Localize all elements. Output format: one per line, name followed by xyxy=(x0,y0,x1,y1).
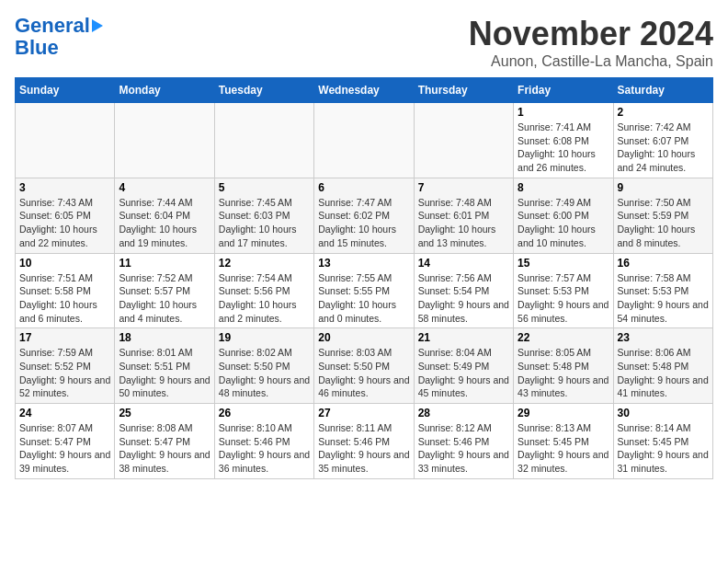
day-info: Sunrise: 8:04 AM Sunset: 5:49 PM Dayligh… xyxy=(418,346,509,400)
calendar-cell: 7Sunrise: 7:48 AM Sunset: 6:01 PM Daylig… xyxy=(414,178,513,253)
calendar-cell: 16Sunrise: 7:58 AM Sunset: 5:53 PM Dayli… xyxy=(613,253,712,328)
day-number: 4 xyxy=(119,181,210,194)
day-info: Sunrise: 8:02 AM Sunset: 5:50 PM Dayligh… xyxy=(219,346,310,400)
day-number: 16 xyxy=(618,257,709,270)
calendar-cell: 12Sunrise: 7:54 AM Sunset: 5:56 PM Dayli… xyxy=(214,253,313,328)
calendar-day-header: Wednesday xyxy=(314,78,414,103)
calendar-day-header: Saturday xyxy=(613,78,712,103)
day-number: 19 xyxy=(219,331,310,344)
calendar-week-row: 1Sunrise: 7:41 AM Sunset: 6:08 PM Daylig… xyxy=(16,103,713,178)
calendar-cell: 18Sunrise: 8:01 AM Sunset: 5:51 PM Dayli… xyxy=(115,328,214,404)
calendar-cell: 2Sunrise: 7:42 AM Sunset: 6:07 PM Daylig… xyxy=(613,103,712,178)
page-header: General Blue November 2024 Aunon, Castil… xyxy=(15,15,713,70)
calendar-cell: 8Sunrise: 7:49 AM Sunset: 6:00 PM Daylig… xyxy=(514,178,613,253)
day-number: 26 xyxy=(219,407,310,419)
day-number: 12 xyxy=(219,257,310,270)
logo-blue-text: Blue xyxy=(15,36,59,59)
day-info: Sunrise: 7:55 AM Sunset: 5:55 PM Dayligh… xyxy=(318,271,409,326)
day-number: 17 xyxy=(19,331,110,344)
calendar-week-row: 24Sunrise: 8:07 AM Sunset: 5:47 PM Dayli… xyxy=(16,404,713,479)
day-number: 18 xyxy=(119,331,210,344)
day-info: Sunrise: 8:03 AM Sunset: 5:50 PM Dayligh… xyxy=(318,346,409,400)
calendar-cell: 22Sunrise: 8:05 AM Sunset: 5:48 PM Dayli… xyxy=(514,328,613,404)
calendar-day-header: Friday xyxy=(514,78,613,103)
day-number: 13 xyxy=(318,257,409,270)
calendar-cell: 27Sunrise: 8:11 AM Sunset: 5:46 PM Dayli… xyxy=(314,404,414,479)
calendar-cell: 29Sunrise: 8:13 AM Sunset: 5:45 PM Dayli… xyxy=(514,404,613,479)
day-number: 11 xyxy=(119,257,210,270)
day-info: Sunrise: 8:12 AM Sunset: 5:46 PM Dayligh… xyxy=(418,421,509,476)
day-number: 9 xyxy=(618,181,709,194)
calendar-day-header: Tuesday xyxy=(214,78,313,103)
calendar-table: SundayMondayTuesdayWednesdayThursdayFrid… xyxy=(15,77,713,479)
page-title: November 2024 xyxy=(469,15,713,53)
day-info: Sunrise: 8:06 AM Sunset: 5:48 PM Dayligh… xyxy=(618,346,709,400)
day-info: Sunrise: 7:59 AM Sunset: 5:52 PM Dayligh… xyxy=(19,346,110,400)
day-number: 2 xyxy=(618,106,709,119)
calendar-cell: 17Sunrise: 7:59 AM Sunset: 5:52 PM Dayli… xyxy=(16,328,115,404)
day-info: Sunrise: 8:14 AM Sunset: 5:45 PM Dayligh… xyxy=(618,421,709,476)
day-number: 21 xyxy=(418,331,509,344)
calendar-week-row: 17Sunrise: 7:59 AM Sunset: 5:52 PM Dayli… xyxy=(16,328,713,404)
title-area: November 2024 Aunon, Castille-La Mancha,… xyxy=(469,15,713,70)
day-info: Sunrise: 8:08 AM Sunset: 5:47 PM Dayligh… xyxy=(119,421,210,476)
day-info: Sunrise: 7:50 AM Sunset: 5:59 PM Dayligh… xyxy=(618,196,709,250)
day-number: 27 xyxy=(318,407,409,419)
day-number: 23 xyxy=(618,331,709,344)
day-number: 6 xyxy=(318,181,409,194)
calendar-cell: 24Sunrise: 8:07 AM Sunset: 5:47 PM Dayli… xyxy=(16,404,115,479)
day-number: 24 xyxy=(19,407,110,419)
day-number: 10 xyxy=(19,257,110,270)
day-info: Sunrise: 8:11 AM Sunset: 5:46 PM Dayligh… xyxy=(318,421,409,476)
day-info: Sunrise: 7:51 AM Sunset: 5:58 PM Dayligh… xyxy=(19,271,110,326)
calendar-cell xyxy=(16,103,115,178)
logo-arrow-icon xyxy=(92,19,103,32)
day-number: 20 xyxy=(318,331,409,344)
calendar-cell: 10Sunrise: 7:51 AM Sunset: 5:58 PM Dayli… xyxy=(16,253,115,328)
logo: General Blue xyxy=(15,15,103,59)
day-info: Sunrise: 7:54 AM Sunset: 5:56 PM Dayligh… xyxy=(219,271,310,326)
day-number: 25 xyxy=(119,407,210,419)
calendar-cell: 30Sunrise: 8:14 AM Sunset: 5:45 PM Dayli… xyxy=(613,404,712,479)
day-number: 14 xyxy=(418,257,509,270)
calendar-cell: 25Sunrise: 8:08 AM Sunset: 5:47 PM Dayli… xyxy=(115,404,214,479)
day-info: Sunrise: 7:56 AM Sunset: 5:54 PM Dayligh… xyxy=(418,271,509,326)
calendar-cell: 13Sunrise: 7:55 AM Sunset: 5:55 PM Dayli… xyxy=(314,253,414,328)
calendar-week-row: 3Sunrise: 7:43 AM Sunset: 6:05 PM Daylig… xyxy=(16,178,713,253)
day-info: Sunrise: 7:47 AM Sunset: 6:02 PM Dayligh… xyxy=(318,196,409,250)
calendar-cell: 19Sunrise: 8:02 AM Sunset: 5:50 PM Dayli… xyxy=(214,328,313,404)
day-number: 7 xyxy=(418,181,509,194)
day-number: 15 xyxy=(518,257,609,270)
calendar-cell xyxy=(214,103,313,178)
day-number: 3 xyxy=(19,181,110,194)
calendar-week-row: 10Sunrise: 7:51 AM Sunset: 5:58 PM Dayli… xyxy=(16,253,713,328)
calendar-cell: 26Sunrise: 8:10 AM Sunset: 5:46 PM Dayli… xyxy=(214,404,313,479)
calendar-cell: 23Sunrise: 8:06 AM Sunset: 5:48 PM Dayli… xyxy=(613,328,712,404)
calendar-header-row: SundayMondayTuesdayWednesdayThursdayFrid… xyxy=(16,78,713,103)
day-info: Sunrise: 7:44 AM Sunset: 6:04 PM Dayligh… xyxy=(119,196,210,250)
day-number: 22 xyxy=(518,331,609,344)
day-info: Sunrise: 7:43 AM Sunset: 6:05 PM Dayligh… xyxy=(19,196,110,250)
page-subtitle: Aunon, Castille-La Mancha, Spain xyxy=(469,53,713,70)
day-number: 5 xyxy=(219,181,310,194)
calendar-cell: 14Sunrise: 7:56 AM Sunset: 5:54 PM Dayli… xyxy=(414,253,513,328)
calendar-cell: 1Sunrise: 7:41 AM Sunset: 6:08 PM Daylig… xyxy=(514,103,613,178)
calendar-cell: 15Sunrise: 7:57 AM Sunset: 5:53 PM Dayli… xyxy=(514,253,613,328)
calendar-cell: 3Sunrise: 7:43 AM Sunset: 6:05 PM Daylig… xyxy=(16,178,115,253)
calendar-day-header: Monday xyxy=(115,78,214,103)
day-number: 28 xyxy=(418,407,509,419)
calendar-cell: 20Sunrise: 8:03 AM Sunset: 5:50 PM Dayli… xyxy=(314,328,414,404)
day-info: Sunrise: 7:57 AM Sunset: 5:53 PM Dayligh… xyxy=(518,271,609,326)
day-info: Sunrise: 7:41 AM Sunset: 6:08 PM Dayligh… xyxy=(518,121,609,175)
day-info: Sunrise: 7:49 AM Sunset: 6:00 PM Dayligh… xyxy=(518,196,609,250)
calendar-cell xyxy=(314,103,414,178)
calendar-cell: 6Sunrise: 7:47 AM Sunset: 6:02 PM Daylig… xyxy=(314,178,414,253)
calendar-cell: 28Sunrise: 8:12 AM Sunset: 5:46 PM Dayli… xyxy=(414,404,513,479)
calendar-day-header: Sunday xyxy=(16,78,115,103)
day-info: Sunrise: 7:45 AM Sunset: 6:03 PM Dayligh… xyxy=(219,196,310,250)
day-number: 29 xyxy=(518,407,609,419)
calendar-cell: 5Sunrise: 7:45 AM Sunset: 6:03 PM Daylig… xyxy=(214,178,313,253)
calendar-cell: 9Sunrise: 7:50 AM Sunset: 5:59 PM Daylig… xyxy=(613,178,712,253)
day-info: Sunrise: 8:05 AM Sunset: 5:48 PM Dayligh… xyxy=(518,346,609,400)
day-number: 8 xyxy=(518,181,609,194)
